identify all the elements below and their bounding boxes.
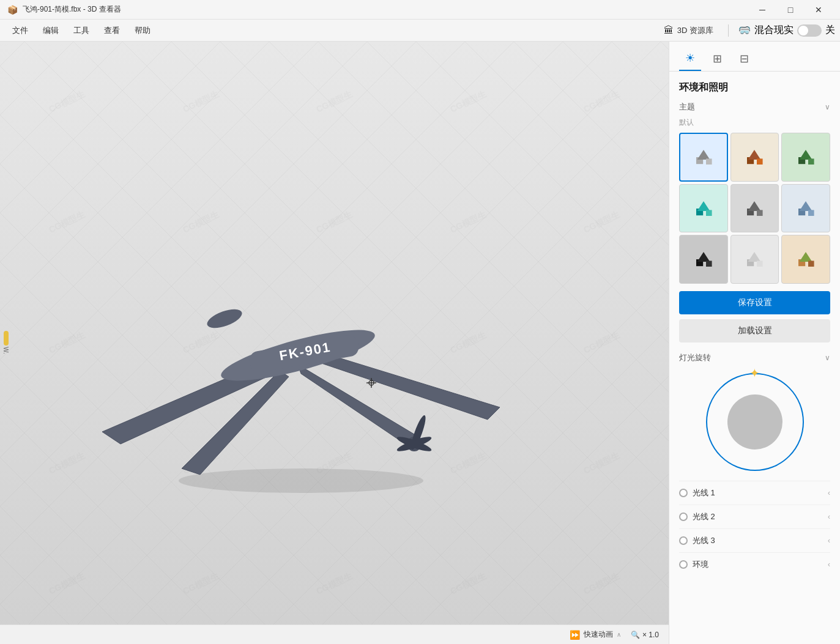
watermark: CG模型生 [382,501,554,644]
light-3-arrow: ‹ [828,536,830,545]
theme-item-1[interactable] [679,133,728,182]
light-item-3[interactable]: 光线 3 ‹ [679,528,830,552]
svg-rect-25 [808,210,814,216]
light-rotation-chevron: ∨ [825,353,830,362]
viewport[interactable]: CG模型生 CG模型生 CG模型生 CG模型生 CG模型生 CG模型生 CG模型… [0,42,669,644]
theme-item-3[interactable] [781,133,830,182]
rotation-outer-ring[interactable]: ✦ [706,373,804,471]
watermark: CG模型生 [114,501,286,644]
shadow [179,468,423,493]
left-indicator: W. [2,331,9,354]
theme-item-5[interactable] [730,184,779,233]
light-rotation-header[interactable]: 灯光旋转 ∨ [679,352,830,363]
sun-icon: ☀ [685,51,695,65]
save-settings-button[interactable]: 保存设置 [679,291,830,314]
svg-marker-15 [800,150,812,160]
svg-marker-21 [748,201,761,211]
light-3-radio[interactable] [679,536,688,545]
light-item-1[interactable]: 光线 1 ‹ [679,481,830,505]
light-rotation-section: 灯光旋转 ∨ ✦ [679,352,830,471]
right-panel: ☀ ⊞ ⊟ 环境和照明 主题 ∨ 默认 [669,42,840,644]
drone-svg: FK-901 [72,175,530,511]
svg-rect-22 [757,210,763,216]
section-title: 环境和照明 [679,81,830,94]
theme-item-7[interactable] [679,235,728,284]
svg-marker-9 [697,150,710,160]
light-rotation-label: 灯光旋转 [679,352,711,363]
svg-rect-10 [706,158,712,165]
rotation-circle-container[interactable]: ✦ [679,373,830,471]
light-2-arrow: ‹ [828,513,830,521]
animation-icon: ⏩ [570,630,580,640]
menu-help[interactable]: 帮助 [127,21,158,40]
nose [205,305,245,331]
rotation-inner-sphere [727,394,782,450]
toggle-knob [798,26,808,35]
title-bar: 📦 飞鸿-901-简模.fbx - 3D 查看器 ─ □ ✕ [0,0,840,20]
theme-section-header[interactable]: 主题 ∨ [679,102,830,113]
light-2-radio[interactable] [679,513,688,521]
svg-marker-24 [800,201,812,211]
tab-grid2[interactable]: ⊟ [733,49,755,71]
menu-items-right: 🏛 3D 资源库 🥽 混合现实 关 [659,23,835,39]
watermark: CG模型生 [248,42,420,185]
watermark: CG模型生 [516,501,669,644]
environment-arrow: ‹ [828,560,830,569]
drone-model: FK-901 [72,175,530,511]
theme-item-4[interactable] [679,184,728,233]
theme-label: 主题 [679,102,695,113]
maximize-button[interactable]: □ [776,0,805,20]
panel-tabs: ☀ ⊞ ⊟ [669,42,840,72]
menu-tools[interactable]: 工具 [66,21,97,40]
svg-rect-34 [808,261,814,267]
mixed-reality-label: 混合现实 [754,24,794,37]
light-3-label: 光线 3 [693,535,715,546]
animation-label: 快速动画 [584,629,613,640]
svg-marker-30 [748,252,761,262]
light-2-label: 光线 2 [693,511,715,522]
theme-chevron: ∨ [825,103,830,111]
toggle-state-label: 关 [825,24,835,37]
window-controls: ─ □ ✕ [748,0,833,20]
close-button[interactable]: ✕ [805,0,833,20]
mixed-reality-icon: 🥽 [738,24,751,36]
grid1-icon: ⊞ [713,52,722,65]
grid2-icon: ⊟ [740,52,749,65]
watermark: CG模型生 [516,42,669,185]
indicator-bar [4,331,9,346]
environment-radio[interactable] [679,560,688,569]
sun-position-icon: ✦ [749,366,760,380]
menu-view[interactable]: 查看 [97,21,127,40]
theme-item-6[interactable] [781,184,830,233]
resource-library-button[interactable]: 🏛 3D 资源库 [659,23,718,39]
load-settings-button[interactable]: 加载设置 [679,319,830,342]
light-1-radio[interactable] [679,489,688,497]
menu-items-left: 文件 编辑 工具 查看 帮助 [5,21,158,40]
theme-sublabel: 默认 [679,117,830,128]
minimize-button[interactable]: ─ [748,0,776,20]
mixed-reality-toggle[interactable]: 🥽 混合现实 关 [738,24,835,37]
tab-lighting[interactable]: ☀ [679,49,701,71]
toggle-track[interactable] [797,24,822,37]
animation-controls[interactable]: ⏩ 快速动画 ∧ [570,629,621,640]
light-item-2[interactable]: 光线 2 ‹ [679,505,830,528]
tab-grid1[interactable]: ⊞ [706,49,728,71]
theme-item-8[interactable] [730,235,779,284]
light-item-environment[interactable]: 环境 ‹ [679,552,830,576]
theme-item-9[interactable] [781,235,830,284]
app-icon: 📦 [7,5,18,15]
menu-edit[interactable]: 编辑 [35,21,66,40]
menu-file[interactable]: 文件 [5,21,35,40]
theme-item-2[interactable] [730,133,779,182]
light-1-arrow: ‹ [828,489,830,497]
menu-separator [728,24,729,37]
svg-rect-31 [757,261,763,267]
svg-marker-27 [697,252,710,262]
watermark: CG模型生 [248,501,420,644]
main-area: CG模型生 CG模型生 CG模型生 CG模型生 CG模型生 CG模型生 CG模型… [0,42,840,644]
svg-marker-18 [697,201,710,211]
lights-list: 光线 1 ‹ 光线 2 ‹ 光线 3 ‹ [679,481,830,576]
watermark: CG模型生 [0,42,153,185]
svg-rect-13 [757,158,763,165]
animation-chevron: ∧ [617,631,621,638]
